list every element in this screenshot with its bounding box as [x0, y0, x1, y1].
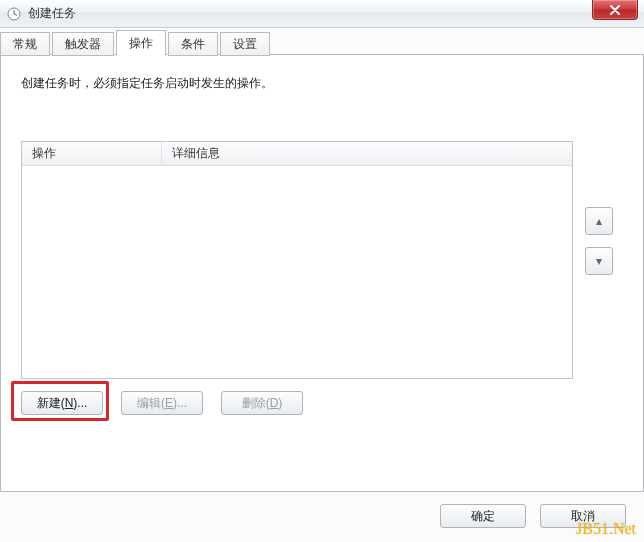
button-label: 新建(N)... — [37, 395, 88, 412]
move-down-button[interactable]: ▾ — [585, 247, 613, 275]
close-icon — [609, 5, 621, 15]
button-label: 编辑(E)... — [137, 395, 187, 412]
dialog-buttons: 确定 取消 — [440, 504, 626, 528]
chevron-up-icon: ▴ — [596, 214, 602, 228]
tab-label: 常规 — [13, 36, 37, 53]
column-action[interactable]: 操作 — [22, 142, 162, 165]
cancel-button[interactable]: 取消 — [540, 504, 626, 528]
clock-icon — [6, 6, 22, 22]
delete-button[interactable]: 删除(D) — [221, 391, 303, 415]
table-header: 操作 详细信息 — [22, 142, 572, 166]
page-description: 创建任务时，必须指定任务启动时发生的操作。 — [21, 75, 273, 92]
dialog-body: 常规 触发器 操作 条件 设置 创建任务时，必须指定任务启动时发生的操作。 操作… — [0, 28, 644, 542]
close-button[interactable] — [592, 0, 638, 20]
tab-label: 操作 — [129, 35, 153, 52]
button-label: 删除(D) — [242, 395, 283, 412]
action-button-row: 新建(N)... 编辑(E)... 删除(D) — [21, 391, 303, 415]
actions-table[interactable]: 操作 详细信息 — [21, 141, 573, 379]
chevron-down-icon: ▾ — [596, 254, 602, 268]
move-up-button[interactable]: ▴ — [585, 207, 613, 235]
new-button[interactable]: 新建(N)... — [21, 391, 103, 415]
tab-label: 触发器 — [65, 36, 101, 53]
window-title: 创建任务 — [28, 5, 76, 22]
tab-strip: 常规 触发器 操作 条件 设置 — [0, 29, 644, 55]
ok-button[interactable]: 确定 — [440, 504, 526, 528]
tab-triggers[interactable]: 触发器 — [52, 32, 114, 56]
column-details[interactable]: 详细信息 — [162, 142, 572, 165]
button-label: 确定 — [471, 508, 495, 525]
tab-actions[interactable]: 操作 — [116, 30, 166, 56]
tab-settings[interactable]: 设置 — [220, 32, 270, 56]
tab-label: 条件 — [181, 36, 205, 53]
tab-label: 设置 — [233, 36, 257, 53]
tab-page-actions: 创建任务时，必须指定任务启动时发生的操作。 操作 详细信息 ▴ ▾ 新建(N). — [0, 55, 644, 492]
button-label: 取消 — [571, 508, 595, 525]
title-bar: 创建任务 — [0, 0, 644, 28]
tab-general[interactable]: 常规 — [0, 32, 50, 56]
edit-button[interactable]: 编辑(E)... — [121, 391, 203, 415]
tab-conditions[interactable]: 条件 — [168, 32, 218, 56]
